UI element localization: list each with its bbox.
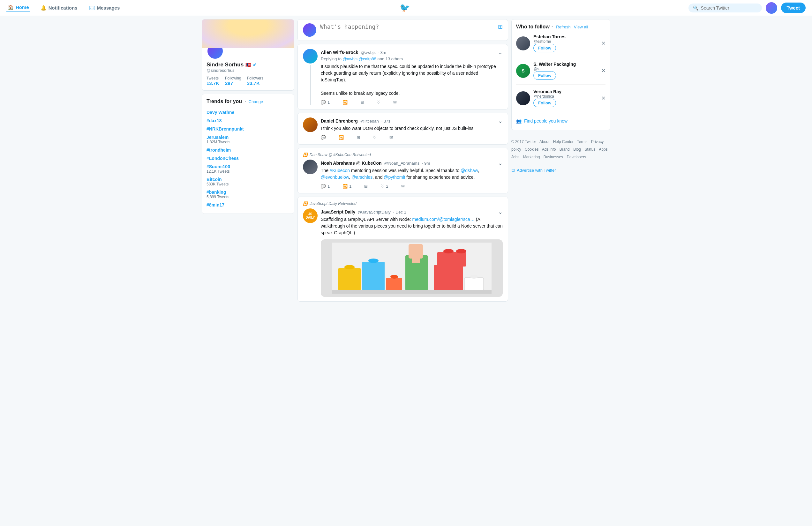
tweet-handle[interactable]: @awbjs [361,50,375,55]
retweeted-by-text: Dan Shaw @ #KubeCon Retweeted [309,152,371,157]
search-box[interactable]: 🔍 [688,3,762,12]
reply-action[interactable]: 💬 1 [321,184,330,189]
reply-action[interactable]: 💬 [321,135,326,140]
user-avatar-nav[interactable] [766,2,777,14]
footer-marketing[interactable]: Marketing [523,155,540,159]
footer-developers[interactable]: Developers [567,155,586,159]
trend-item[interactable]: #trondheim [206,146,290,154]
tweet-handle[interactable]: @Noah_Abrahams [384,161,419,166]
trend-item[interactable]: #NRKBrennpunkt [206,125,290,133]
tweet-button[interactable]: Tweet [781,2,806,13]
mention-pythomit[interactable]: @pythomit [384,175,405,180]
dm-action[interactable]: ✉ [393,100,397,105]
footer-apps[interactable]: Apps [599,147,607,151]
like-action[interactable]: ♡ 2 [380,184,388,189]
dm-action[interactable]: ✉ [389,135,393,140]
stat-tweets[interactable]: Tweets 13.7K [206,76,219,86]
footer-ads[interactable]: Ads info [542,147,556,151]
trend-item[interactable]: #8min17 [206,201,290,209]
stack-action[interactable]: ⊞ [364,184,368,189]
view-all-btn[interactable]: View all [574,25,588,29]
hashtag-kubecon[interactable]: #Kubecon [330,168,350,173]
tweet-more-icon[interactable]: ⌄ [498,208,503,216]
trend-item[interactable]: Bitcoin583K Tweets [206,175,290,188]
lego-blocks-svg [326,243,497,294]
compose-input[interactable] [320,23,494,33]
tweet-author[interactable]: JavaScript Daily [321,209,355,215]
search-input[interactable] [701,5,757,11]
tweet-avatar[interactable] [303,117,318,132]
nav-notifications[interactable]: 🔔 Notifications [39,5,79,11]
follow-button[interactable]: Follow [533,71,556,80]
refresh-btn[interactable]: Refresh [556,25,571,29]
wtf-user-name[interactable]: Esteban Torres [533,34,597,39]
trend-item[interactable]: Jerusalem1.82M Tweets [206,133,290,146]
retweet-action[interactable]: 🔁 [339,135,344,140]
nav-home[interactable]: 🏠 Home [6,4,30,12]
wtf-user-name[interactable]: Veronica Ray [533,89,597,94]
footer-status[interactable]: Status [585,147,596,151]
trends-change-btn[interactable]: Change [249,99,263,104]
dismiss-icon[interactable]: ✕ [601,95,606,101]
trend-name: #dax18 [206,118,290,123]
tweet-author[interactable]: Noah Abrahams @ KubeCon [321,161,381,166]
reply-mention2[interactable]: @caitp88 [359,57,376,61]
like-action[interactable]: ♡ [377,100,380,105]
svg-rect-3 [362,262,385,290]
footer-terms[interactable]: Terms [577,140,588,144]
stack-action[interactable]: ⊞ [360,100,364,105]
mention-arschles[interactable]: @arschles [351,175,373,180]
tweet-avatar[interactable]: JSDAILY [303,208,318,223]
footer-about[interactable]: About [539,140,549,144]
footer-help[interactable]: Help Center [553,140,574,144]
mention-dshaw[interactable]: @dshaw [461,168,478,173]
wtf-user-name[interactable]: S. Walter Packaging [533,62,597,67]
footer-cookies[interactable]: Cookies [525,147,538,151]
stat-following[interactable]: Following 297 [225,76,241,86]
find-people-link[interactable]: 👥 Find people you know [516,117,606,126]
wtf-avatar[interactable] [516,36,530,50]
trend-name: #8min17 [206,202,290,207]
trend-item[interactable]: #LondonChess [206,154,290,162]
footer-brand[interactable]: Brand [560,147,570,151]
mention-evon[interactable]: @evonbuelow [321,175,349,180]
trend-item[interactable]: #dax18 [206,117,290,125]
svg-rect-5 [386,278,402,290]
wtf-user-info: Veronica Ray @nerdonica Follow [533,89,597,107]
tweet-more-icon[interactable]: ⌄ [498,160,503,166]
footer-jobs[interactable]: Jobs [511,155,519,159]
follow-button[interactable]: Follow [533,44,556,52]
wtf-user-info: S. Walter Packaging @s... Follow [533,62,597,80]
advertise-link[interactable]: ⊡ Advertise with Twitter [511,168,610,173]
dm-action[interactable]: ✉ [401,184,405,189]
svg-point-15 [443,249,453,253]
reply-mention[interactable]: @awbjs [343,57,358,61]
tweet-more-icon[interactable]: ⌄ [498,117,503,125]
tweet-avatar[interactable] [303,160,318,174]
tweet-more-icon[interactable]: ⌄ [498,49,503,56]
tweet-link[interactable]: medium.com/@tomlagier/sca… [412,217,475,222]
dismiss-icon[interactable]: ✕ [601,68,606,74]
reply-action[interactable]: 💬 1 [321,100,330,105]
wtf-avatar[interactable] [516,91,530,105]
image-upload-icon[interactable]: ⊞ [498,23,503,30]
tweet-author[interactable]: Daniel Ehrenberg [321,118,358,123]
retweet-action[interactable]: 🔁 [343,100,348,105]
nav-messages[interactable]: ✉️ Messages [88,5,121,11]
wtf-avatar[interactable]: S [516,64,530,78]
tweet-handle[interactable]: @JavaScriptDaily [358,210,391,215]
tweet-author[interactable]: Allen Wirfs-Brock [321,50,358,55]
stack-action[interactable]: ⊞ [357,135,360,140]
footer-blog[interactable]: Blog [573,147,581,151]
trend-item[interactable]: Davy Wathne [206,108,290,117]
follow-button[interactable]: Follow [533,99,556,107]
like-action[interactable]: ♡ [373,135,377,140]
trend-item[interactable]: #banking5,899 Tweets [206,188,290,201]
dismiss-icon[interactable]: ✕ [601,40,606,46]
trend-item[interactable]: #Suomi10012.1K Tweets [206,162,290,175]
tweet-avatar[interactable] [303,49,318,63]
stat-followers[interactable]: Followers 33.7K [247,76,263,86]
footer-businesses[interactable]: Businesses [543,155,563,159]
tweet-handle[interactable]: @littledan [360,119,379,123]
retweet-action[interactable]: 🔁 1 [343,184,351,189]
